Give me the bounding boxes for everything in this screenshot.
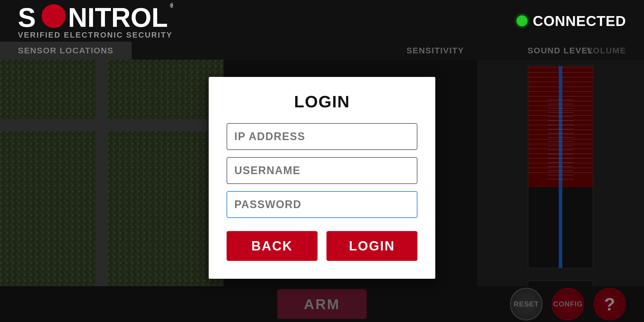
username-input[interactable]: [227, 157, 417, 184]
login-button[interactable]: LOGIN: [326, 231, 417, 261]
logo-subtitle: VERIFIED ELECTRONIC SECURITY: [18, 30, 173, 40]
logo-svg: S NITROL ®: [18, 2, 173, 29]
svg-text:S: S: [18, 3, 36, 29]
ip-address-input[interactable]: [227, 123, 417, 150]
header: S NITROL ® VERIFIED ELECTRONIC SECURITY …: [0, 0, 644, 42]
logo-area: S NITROL ® VERIFIED ELECTRONIC SECURITY: [18, 2, 173, 40]
svg-rect-3: [42, 14, 65, 17]
modal-buttons: BACK LOGIN: [227, 231, 417, 261]
status-indicator: [517, 16, 527, 26]
logo: S NITROL ®: [18, 2, 173, 29]
svg-text:®: ®: [170, 2, 173, 9]
svg-rect-2: [42, 10, 65, 13]
login-modal: LOGIN BACK LOGIN: [209, 77, 435, 279]
back-button[interactable]: BACK: [227, 231, 318, 261]
login-title: LOGIN: [227, 92, 417, 111]
svg-text:NITROL: NITROL: [68, 3, 168, 29]
status-text: CONNECTED: [533, 13, 626, 29]
main-area: SENSOR LOCATIONS VOLUME SENSITIVITY SOUN…: [0, 42, 644, 322]
password-input[interactable]: [227, 191, 417, 218]
svg-rect-4: [42, 18, 65, 21]
connection-status: CONNECTED: [517, 13, 626, 29]
